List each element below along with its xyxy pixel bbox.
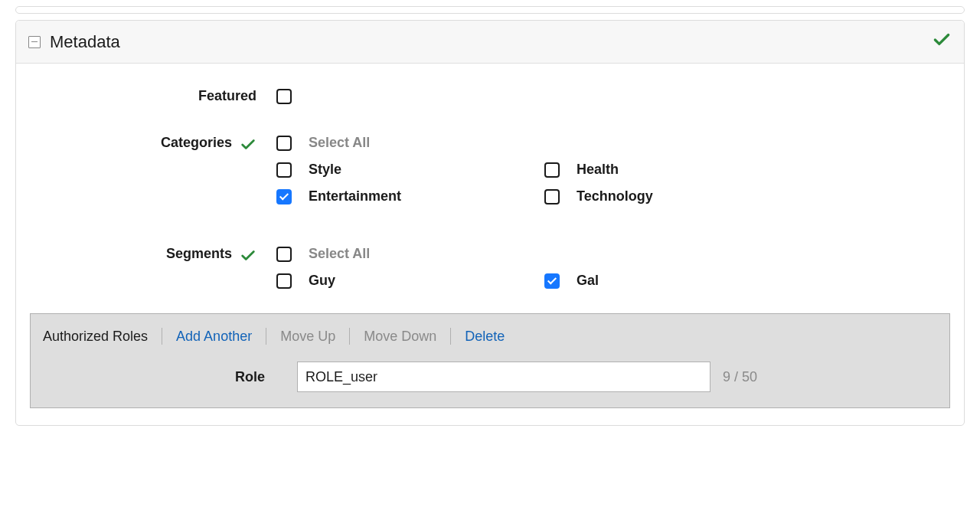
featured-value-cell [276, 87, 964, 104]
role-char-counter: 9 / 50 [723, 369, 757, 385]
categories-options: Select All Style Health Entertainment [276, 133, 964, 215]
authorized-roles-section: Authorized Roles Add Another Move Up Mov… [30, 313, 950, 408]
featured-label: Featured [198, 88, 256, 104]
move-up-button[interactable]: Move Up [280, 329, 335, 345]
categories-label-cell: Categories [47, 133, 276, 157]
check-icon [240, 247, 256, 268]
category-checkbox-technology[interactable] [544, 189, 560, 204]
segments-label-cell: Segments [47, 244, 276, 268]
check-icon [240, 136, 256, 157]
separator [349, 328, 350, 345]
featured-checkbox[interactable] [276, 89, 292, 104]
category-label[interactable]: Entertainment [309, 188, 401, 204]
separator [450, 328, 451, 345]
segments-label: Segments [166, 246, 232, 262]
segments-select-all: Select All [276, 246, 964, 262]
separator [266, 328, 266, 345]
category-option: Entertainment [276, 188, 544, 204]
move-down-button[interactable]: Move Down [364, 329, 436, 345]
category-label[interactable]: Style [309, 162, 341, 178]
separator [162, 328, 162, 345]
select-all-checkbox[interactable] [276, 247, 292, 262]
category-option: Health [544, 162, 812, 178]
segments-options: Select All Guy Gal [276, 244, 964, 299]
segment-option: Gal [544, 273, 812, 289]
segment-checkbox-gal[interactable] [544, 273, 560, 289]
panel-title: Metadata [50, 32, 120, 52]
featured-label-cell: Featured [47, 87, 276, 104]
roles-title: Authorized Roles [43, 329, 148, 345]
check-icon [932, 30, 952, 54]
role-label-cell: Role [43, 369, 297, 385]
category-checkbox-entertainment[interactable] [276, 189, 292, 204]
category-checkbox-style[interactable] [276, 162, 292, 178]
featured-row: Featured [16, 87, 964, 104]
category-checkbox-health[interactable] [544, 162, 560, 178]
add-another-button[interactable]: Add Another [176, 329, 252, 345]
segment-checkbox-guy[interactable] [276, 273, 292, 289]
select-all-label[interactable]: Select All [309, 135, 370, 151]
role-label: Role [235, 369, 265, 385]
roles-toolbar: Authorized Roles Add Another Move Up Mov… [43, 328, 937, 345]
category-option: Technology [544, 188, 812, 204]
segments-row: Segments Select All Guy [16, 244, 964, 299]
role-row: Role 9 / 50 [43, 362, 937, 392]
segment-label[interactable]: Guy [309, 273, 335, 289]
panel-header: Metadata [16, 21, 964, 64]
collapse-icon[interactable] [28, 36, 41, 48]
delete-button[interactable]: Delete [465, 329, 505, 345]
category-option: Style [276, 162, 544, 178]
segment-option: Guy [276, 273, 544, 289]
panel-body: Featured Categories Select All [16, 64, 964, 425]
metadata-panel: Metadata Featured Categories [15, 20, 965, 426]
select-all-label[interactable]: Select All [309, 246, 370, 262]
categories-row: Categories Select All Style [16, 133, 964, 215]
segment-label[interactable]: Gal [577, 273, 599, 289]
select-all-checkbox[interactable] [276, 136, 292, 151]
category-label[interactable]: Technology [577, 188, 653, 204]
categories-select-all: Select All [276, 135, 964, 151]
categories-label: Categories [161, 135, 232, 151]
category-label[interactable]: Health [577, 162, 619, 178]
role-input[interactable] [297, 362, 710, 392]
previous-panel-stub [15, 6, 965, 14]
